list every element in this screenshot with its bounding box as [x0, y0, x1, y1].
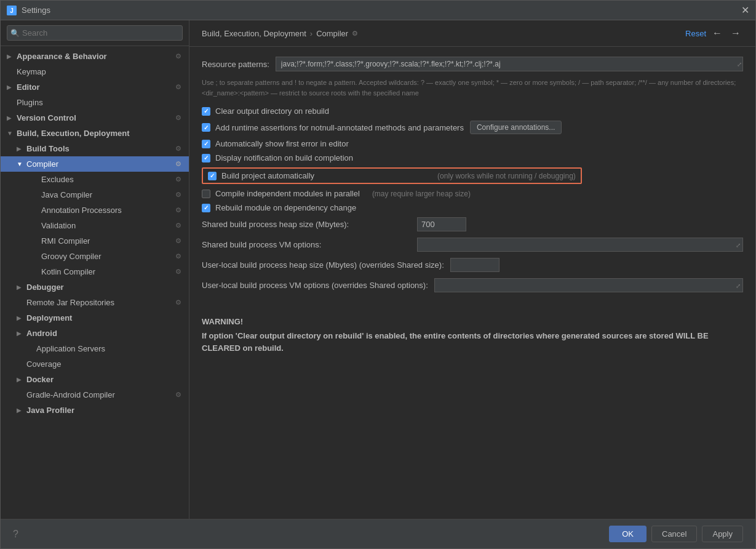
sidebar-item-compiler[interactable]: ▼ Compiler ⚙	[1, 156, 189, 172]
form-row-user-heap: User-local build process heap size (Mbyt…	[202, 258, 743, 272]
sidebar-item-label: Keymap	[17, 67, 183, 76]
expand-icon[interactable]: ⤢	[737, 61, 742, 68]
sidebar-item-docker[interactable]: ▶ Docker	[1, 372, 189, 387]
ok-button[interactable]: OK	[609, 526, 647, 542]
sidebar-item-label: RMI Compiler	[41, 236, 174, 246]
resource-patterns-input[interactable]	[276, 57, 743, 71]
breadcrumb-current: Compiler	[316, 29, 348, 38]
checkbox-display-notification[interactable]: ✓	[202, 154, 210, 162]
sidebar-item-rmi-compiler[interactable]: RMI Compiler ⚙	[1, 233, 189, 249]
arrow-icon: ▼	[7, 130, 15, 137]
gear-icon: ⚙	[174, 222, 183, 230]
main-content: Resource patterns: ⤢ Use ; to separate p…	[189, 47, 755, 519]
arrow-icon: ▶	[17, 376, 25, 383]
reset-button[interactable]: Reset	[685, 29, 706, 38]
resource-patterns-label: Resource patterns:	[202, 60, 269, 69]
help-button[interactable]: ?	[13, 529, 18, 540]
user-vm-input[interactable]	[434, 278, 743, 292]
sidebar-item-build-tools[interactable]: ▶ Build Tools ⚙	[1, 141, 189, 156]
sidebar-item-label: Build, Execution, Deployment	[17, 129, 183, 138]
breadcrumb-parent: Build, Execution, Deployment	[202, 29, 306, 38]
build-auto-note: (only works while not running / debuggin…	[437, 172, 576, 180]
checkbox-compile-parallel[interactable]	[202, 190, 210, 198]
apply-button[interactable]: Apply	[702, 526, 743, 542]
user-heap-label: User-local build process heap size (Mbyt…	[202, 260, 444, 270]
sidebar-list: ▶ Appearance & Behavior ⚙ Keymap ▶ Edito…	[1, 46, 189, 519]
sidebar-item-deployment[interactable]: ▶ Deployment	[1, 310, 189, 326]
checkbox-rebuild-module[interactable]: ✓	[202, 204, 210, 212]
sidebar-item-java-compiler[interactable]: Java Compiler ⚙	[1, 187, 189, 202]
form-row-shared-vm: Shared build process VM options: ⤢	[202, 238, 743, 252]
sidebar-item-excludes[interactable]: Excludes ⚙	[1, 172, 189, 187]
forward-button[interactable]: →	[728, 26, 743, 40]
checkbox-label-display-notification: Display notification on build completion	[215, 153, 353, 162]
sidebar-item-label: Build Tools	[26, 144, 174, 153]
search-icon: 🔍	[10, 29, 20, 38]
sidebar-item-label: Remote Jar Repositories	[26, 298, 174, 307]
arrow-icon: ▶	[17, 315, 25, 321]
shared-heap-input[interactable]	[417, 217, 466, 231]
sidebar-item-kotlin-compiler[interactable]: Kotlin Compiler ⚙	[1, 264, 189, 279]
sidebar-item-plugins[interactable]: Plugins	[1, 95, 189, 110]
sidebar-item-android[interactable]: ▶ Android	[1, 326, 189, 341]
sidebar-item-debugger[interactable]: ▶ Debugger	[1, 279, 189, 295]
back-button[interactable]: ←	[710, 26, 725, 40]
user-vm-input-wrap: ⤢	[434, 278, 743, 292]
warning-title: WARNING!	[202, 317, 743, 326]
search-input[interactable]	[7, 25, 183, 41]
checkbox-label-clear-output: Clear output directory on rebuild	[215, 106, 329, 116]
hint-text: Use ; to separate patterns and ! to nega…	[202, 78, 743, 98]
compile-parallel-note: (may require larger heap size)	[372, 190, 471, 198]
checkbox-clear-output[interactable]: ✓	[202, 107, 210, 116]
sidebar-item-keymap[interactable]: Keymap	[1, 64, 189, 79]
checkbox-label-rebuild-module: Rebuild module on dependency change	[215, 203, 356, 212]
sidebar-item-label: Kotlin Compiler	[41, 267, 174, 276]
gear-icon: ⚙	[174, 191, 183, 199]
resource-patterns-row: Resource patterns: ⤢	[202, 57, 743, 71]
gear-icon: ⚙	[174, 83, 183, 92]
gear-icon: ⚙	[174, 299, 183, 307]
sidebar-item-label: Application Servers	[36, 344, 183, 353]
sidebar-item-application-servers[interactable]: Application Servers	[1, 341, 189, 356]
checkbox-show-first-error[interactable]: ✓	[202, 140, 210, 148]
user-vm-label: User-local build process VM options (ove…	[202, 281, 428, 290]
sidebar-item-label: Editor	[17, 82, 174, 92]
sidebar-item-annotation-processors[interactable]: Annotation Processors ⚙	[1, 202, 189, 218]
sidebar-item-label: Debugger	[26, 283, 183, 292]
sidebar-item-label: Compiler	[26, 159, 174, 169]
user-heap-input[interactable]	[450, 258, 499, 272]
warning-section: WARNING! If option 'Clear output directo…	[202, 305, 743, 354]
sidebar-item-appearance[interactable]: ▶ Appearance & Behavior ⚙	[1, 49, 189, 64]
sidebar-item-label: Docker	[26, 375, 183, 384]
sidebar-item-coverage[interactable]: Coverage	[1, 356, 189, 372]
gear-icon: ⚙	[174, 252, 183, 261]
sidebar-item-label: Validation	[41, 221, 174, 230]
shared-vm-input[interactable]	[417, 238, 743, 252]
checkbox-row-show-first-error: ✓ Automatically show first error in edit…	[202, 139, 743, 148]
sidebar-item-remote-jar[interactable]: Remote Jar Repositories ⚙	[1, 295, 189, 310]
shared-heap-label: Shared build process heap size (Mbytes):	[202, 220, 411, 229]
sidebar-item-label: Android	[26, 329, 183, 338]
sidebar-item-build-execution[interactable]: ▼ Build, Execution, Deployment	[1, 126, 189, 141]
expand-icon[interactable]: ⤢	[736, 241, 741, 248]
close-button[interactable]: ✕	[741, 4, 749, 16]
sidebar-item-version-control[interactable]: ▶ Version Control ⚙	[1, 110, 189, 126]
configure-annotations-button[interactable]: Configure annotations...	[470, 121, 562, 134]
app-icon: J	[7, 6, 17, 15]
sidebar-item-label: Plugins	[17, 98, 183, 107]
checkbox-row-build-auto: ✓ Build project automatically (only work…	[202, 167, 582, 184]
checkbox-row-runtime-assertions: ✓ Add runtime assertions for notnull-ann…	[202, 121, 743, 134]
cancel-button[interactable]: Cancel	[651, 526, 697, 542]
sidebar-item-editor[interactable]: ▶ Editor ⚙	[1, 79, 189, 95]
sidebar-item-groovy-compiler[interactable]: Groovy Compiler ⚙	[1, 249, 189, 264]
sidebar-item-label: Java Compiler	[41, 190, 174, 199]
gear-icon: ⚙	[174, 114, 183, 122]
sidebar-item-java-profiler[interactable]: ▶ Java Profiler	[1, 403, 189, 418]
checkbox-runtime-assertions[interactable]: ✓	[202, 123, 210, 132]
title-bar: J Settings ✕	[1, 1, 755, 20]
checkbox-build-auto[interactable]: ✓	[208, 172, 217, 180]
sidebar-item-validation[interactable]: Validation ⚙	[1, 218, 189, 233]
sidebar-item-gradle-android[interactable]: Gradle-Android Compiler ⚙	[1, 387, 189, 403]
expand-icon[interactable]: ⤢	[736, 282, 741, 289]
content-area: 🔍 ▶ Appearance & Behavior ⚙ Keymap	[1, 20, 755, 519]
